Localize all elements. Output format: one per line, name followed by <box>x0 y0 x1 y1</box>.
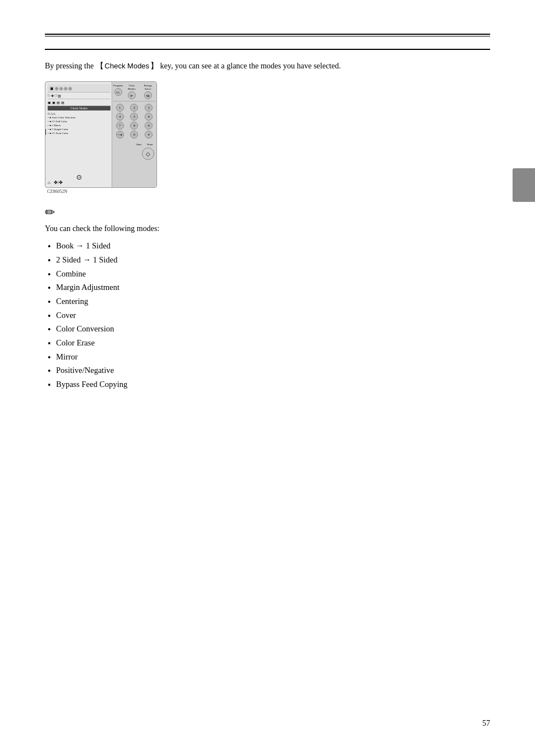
list-item: Combine <box>56 267 490 281</box>
intro-text-after: 】 key, you can see at a glance the modes… <box>150 60 341 72</box>
panel-left: ▣ ◎ ◎ ◎ ◎ □ ✤ □ ▥ ▣ <box>45 82 113 187</box>
intro-paragraph: By pressing the 【 Check Modes 】 key, you… <box>45 60 490 72</box>
note-section: ✏ <box>45 205 490 220</box>
list-item: Margin Adjustment <box>56 280 490 294</box>
list-item: Positive/Negative <box>56 363 490 377</box>
list-item: Cover <box>56 308 490 322</box>
check-modes-key: Check Modes <box>105 61 149 72</box>
bottom-circle: ⊙ <box>76 173 82 182</box>
start-button[interactable]: ◇ <box>142 147 154 160</box>
check-list: Book → 1 Sided 2 Sided → 1 Sided Combine… <box>45 239 490 391</box>
enter-label: Enter <box>147 143 153 146</box>
numpad: 1 2 3 4 5 6 7 8 9 */★ 0 # <box>113 104 155 139</box>
panel-bottom-icons: ⌂ ✤/✤ <box>48 180 63 185</box>
panel-right: Program •◇ Clear Modes ⟳ Ene <box>112 82 156 187</box>
list-item: Mirror <box>56 350 490 364</box>
image-caption: CZ86052N <box>47 189 157 194</box>
panel-top-icons: ▣ ◎ ◎ ◎ ◎ <box>48 84 110 93</box>
left-arrow: ◁ <box>45 127 46 136</box>
start-label: Start <box>136 143 141 146</box>
intro-text-before: By pressing the 【 <box>45 60 104 72</box>
list-item: Centering <box>56 294 490 308</box>
section-header <box>45 47 490 50</box>
check-modes-box: Check Modes <box>48 106 110 110</box>
list-item: Bypass Feed Copying <box>56 377 490 391</box>
list-item: Book → 1 Sided <box>56 239 490 253</box>
copier-panel: ▣ ◎ ◎ ◎ ◎ □ ✤ □ ▥ ▣ <box>45 81 157 188</box>
list-item: 2 Sided → 1 Sided <box>56 253 490 267</box>
top-rule-thick <box>45 34 490 35</box>
side-tab <box>513 168 535 202</box>
check-intro: You can check the following modes: <box>45 224 490 233</box>
page-number: 57 <box>482 719 490 728</box>
note-icon: ✏ <box>45 205 490 220</box>
panel-right-top-labels: Program •◇ Clear Modes ⟳ Ene <box>113 84 155 102</box>
machine-image-area: ▣ ◎ ◎ ◎ ◎ □ ✤ □ ▥ ▣ <box>45 81 490 194</box>
list-item: Color Conversion <box>56 322 490 336</box>
page-container: By pressing the 【 Check Modes 】 key, you… <box>0 0 535 756</box>
top-rule-thin <box>45 36 490 36</box>
list-item: Color Erase <box>56 336 490 350</box>
mode-list-panel: Q △/△ • ● Auto Color Selection • ● ≡≡ Fu… <box>48 112 110 135</box>
